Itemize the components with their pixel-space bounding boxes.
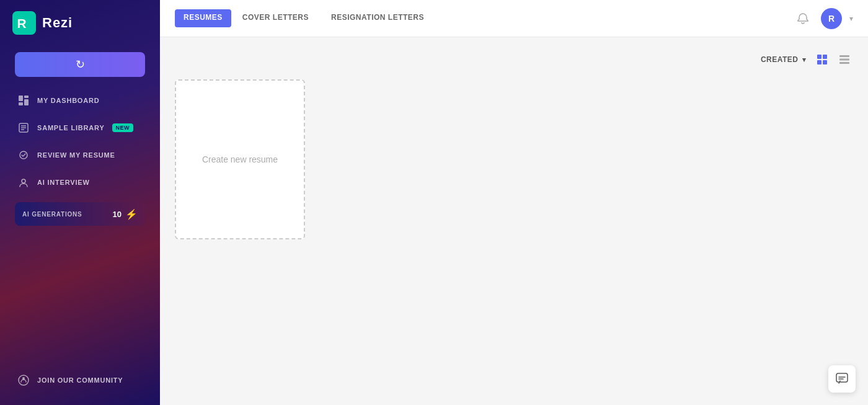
sidebar-item-dashboard[interactable]: My Dashboard [9, 88, 151, 113]
refresh-icon: ↻ [76, 58, 85, 71]
view-toggle [813, 52, 853, 67]
sidebar-item-dashboard-label: My Dashboard [37, 97, 99, 104]
user-avatar-button[interactable]: R [821, 8, 842, 29]
main-content: Resumes Cover Letters Resignation Letter… [160, 0, 868, 405]
svg-rect-16 [817, 60, 822, 65]
bell-icon [797, 12, 809, 25]
svg-point-11 [22, 179, 25, 183]
svg-rect-21 [836, 373, 848, 382]
community-icon [17, 374, 30, 386]
tab-cover-letters[interactable]: Cover Letters [231, 0, 320, 37]
sidebar-nav: My Dashboard Sample Library NEW Review M… [0, 88, 160, 195]
svg-rect-5 [24, 99, 29, 105]
svg-rect-14 [817, 55, 822, 59]
review-icon [17, 149, 30, 161]
sidebar-item-ai-interview-label: AI Interview [37, 179, 90, 186]
sample-library-icon [17, 122, 30, 134]
sidebar-item-review-resume[interactable]: Review My Resume [9, 143, 151, 167]
topbar-tabs: Resumes Cover Letters Resignation Letter… [175, 0, 435, 37]
topbar: Resumes Cover Letters Resignation Letter… [160, 0, 868, 37]
new-badge: NEW [112, 123, 134, 132]
topbar-right: R ▾ [792, 8, 853, 29]
sort-chevron-icon: ▾ [802, 56, 807, 64]
ai-interview-icon [17, 176, 30, 189]
svg-rect-17 [823, 60, 827, 65]
chat-icon [835, 372, 849, 386]
svg-rect-15 [823, 55, 827, 59]
grid-view-button[interactable] [813, 52, 831, 67]
sidebar: R Rezi ↻ My Dashboard Sample Library NEW… [0, 0, 160, 405]
ai-gen-number: 10 [113, 210, 122, 219]
sort-button[interactable]: CREATED ▾ [761, 55, 806, 64]
sidebar-bottom: Join Our Community [0, 368, 160, 393]
tab-resignation-letters-label: Resignation Letters [331, 13, 424, 22]
svg-text:R: R [17, 16, 27, 30]
sidebar-item-ai-interview[interactable]: AI Interview [9, 170, 151, 195]
svg-rect-18 [839, 55, 849, 57]
content-area: CREATED ▾ [160, 37, 868, 405]
list-view-button[interactable] [836, 52, 853, 67]
svg-rect-20 [839, 62, 849, 64]
sort-label: CREATED [761, 55, 799, 64]
sidebar-item-sample-library[interactable]: Sample Library NEW [9, 115, 151, 140]
user-dropdown-arrow[interactable]: ▾ [849, 14, 853, 23]
content-toolbar: CREATED ▾ [175, 52, 853, 67]
tab-resumes-label: Resumes [184, 13, 223, 22]
create-new-resume-label: Create new resume [202, 154, 278, 164]
grid-icon [816, 53, 828, 66]
svg-point-12 [19, 375, 29, 385]
tab-resignation-letters[interactable]: Resignation Letters [320, 0, 435, 37]
tab-cover-letters-label: Cover Letters [242, 13, 309, 22]
tab-resumes[interactable]: Resumes [175, 9, 231, 27]
svg-rect-4 [19, 102, 23, 105]
create-button[interactable]: ↻ [15, 52, 145, 77]
list-icon [838, 53, 851, 66]
sidebar-item-community[interactable]: Join Our Community [9, 368, 151, 393]
svg-rect-3 [24, 96, 29, 98]
ai-gen-count: 10 ⚡ [113, 208, 138, 220]
chat-widget[interactable] [828, 365, 856, 393]
logo[interactable]: R Rezi [0, 0, 160, 46]
svg-rect-2 [19, 96, 23, 101]
cards-grid: Create new resume [175, 79, 853, 239]
ai-generations-bar[interactable]: AI Generations 10 ⚡ [15, 202, 145, 226]
sidebar-item-sample-library-label: Sample Library [37, 124, 105, 131]
notifications-button[interactable] [792, 8, 813, 29]
sidebar-item-review-label: Review My Resume [37, 151, 115, 159]
user-initial: R [828, 14, 835, 24]
ai-gen-label: AI Generations [22, 211, 82, 218]
ai-gen-plus-icon: ⚡ [125, 208, 138, 220]
logo-text: Rezi [42, 15, 73, 31]
svg-rect-19 [839, 59, 849, 61]
create-new-resume-card[interactable]: Create new resume [175, 79, 305, 239]
rezi-logo-icon: R [12, 11, 36, 35]
svg-point-13 [22, 377, 25, 380]
dashboard-icon [17, 94, 30, 107]
community-label: Join Our Community [37, 376, 123, 384]
